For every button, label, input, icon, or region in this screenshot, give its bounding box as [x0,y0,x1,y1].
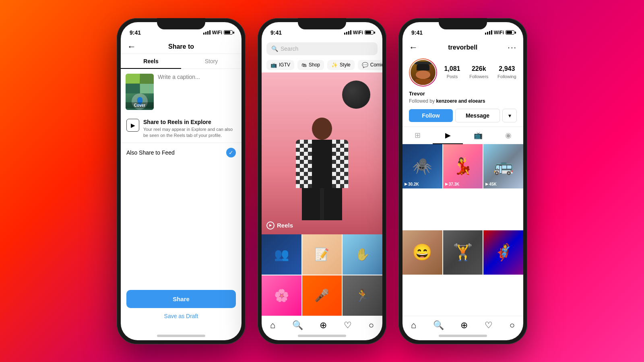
status-time-2: 9:41 [270,29,282,36]
share-header: ← Share to [121,40,242,54]
profile-grid-item-5: 🏋️ [443,230,483,275]
grid-thumb-bg-6: 🏃 [343,275,382,316]
wifi-icon-1: WiFi [212,30,222,35]
thumb-cell-3 [126,84,140,93]
content-type-tabs: ⊞ ▶ 📺 ◉ [402,126,523,144]
tab-story[interactable]: Story [181,54,242,68]
signal-bar-1 [203,33,204,35]
reels-label: ▶ Reels [266,221,293,230]
p3-signal-bar-1 [485,33,486,35]
grid-icon-5: 🎤 [314,288,329,302]
action-buttons-row: Follow Message ▾ [402,107,523,126]
search-bar-row: 🔍 Search [262,40,382,58]
grid-bg-4: 😄 [402,230,442,275]
explore-title: Share to Reels in Explore [143,119,236,125]
caption-input[interactable] [158,74,237,106]
nav-search-2[interactable]: 🔍 [292,320,303,331]
grid-icon-3: ✋ [355,247,370,261]
battery-fill-2 [365,31,371,34]
tab-reels-profile[interactable]: ▶ [433,127,463,144]
p2-signal-bar-1 [344,33,345,35]
phone-share: 9:41 WiFi ← Share to [117,18,246,344]
status-time-3: 9:41 [411,29,423,36]
avatar-bg [411,60,436,85]
home-indicator-3 [439,335,487,337]
grid-item-2: 📝 [302,234,342,275]
reels-icon: ▶ [266,221,275,230]
feed-share-row[interactable]: Also Share to Feed ✓ [121,143,242,162]
feed-share-checkbox[interactable]: ✓ [226,148,236,157]
play-icon-2: ▶ [445,182,448,186]
profile-grid-item-1: 🕷️ ▶ 30.2K [402,144,442,188]
followers-count: 226k [469,65,488,72]
grid-emoji-4: 😄 [412,243,432,262]
nav-profile-2[interactable]: ○ [369,320,374,331]
notch-2 [298,18,346,29]
phone1-bottom: Share Save as Draft [121,285,242,332]
nav-search-3[interactable]: 🔍 [433,320,444,331]
views-3: 45K [489,182,496,186]
p3-signal-bar-4 [491,30,492,35]
p2-signal-bar-2 [346,32,347,35]
message-button[interactable]: Message [455,109,500,122]
battery-icon-3 [506,30,514,35]
content-spacer [121,162,242,285]
chip-shop[interactable]: 🛍 Shop [297,60,324,70]
grid-item-5: 🎤 [302,275,342,316]
stats-row: 1,081 Posts 226k Followers 2,943 Followi… [444,65,517,80]
follow-button[interactable]: Follow [409,109,453,122]
nav-profile-3[interactable]: ○ [510,320,515,331]
phones-container: 9:41 WiFi ← Share to [117,18,527,344]
search-icon: 🔍 [271,46,278,52]
chip-comics[interactable]: 💬 Comics [358,60,382,70]
profile-grid-item-6: 🦸 [483,230,523,275]
wifi-icon-2: WiFi [353,30,363,35]
home-indicator-1 [157,335,205,337]
caption-row: 👤 Cover [121,69,242,115]
chip-igtv[interactable]: 📺 IGTV [266,60,294,70]
dropdown-button[interactable]: ▾ [502,109,517,122]
tab-tagged[interactable]: ◉ [493,127,523,144]
tab-tv[interactable]: 📺 [463,127,493,144]
share-button[interactable]: Share [126,290,236,308]
nav-home-2[interactable]: ⌂ [270,320,275,331]
back-button[interactable]: ← [127,41,136,52]
grid-icon-2: 📝 [314,247,329,261]
leg-left [302,188,320,220]
comics-icon: 💬 [362,62,368,68]
profile-info-row: 1,081 Posts 226k Followers 2,943 Followi… [402,55,523,90]
igtv-icon: 📺 [270,62,277,68]
p2-signal-bar-3 [348,31,349,35]
nav-heart-2[interactable]: ♡ [344,320,352,331]
tab-grid[interactable]: ⊞ [402,127,433,144]
basketball [342,81,370,109]
chevron-down-icon: ▾ [508,112,511,119]
nav-home-3[interactable]: ⌂ [411,320,416,331]
nav-add-2[interactable]: ⊕ [320,320,327,331]
nav-add-3[interactable]: ⊕ [460,320,468,331]
avatar-ring [409,58,437,87]
tab-reels[interactable]: Reels [121,54,181,68]
p2-signal-bar-4 [350,30,351,35]
search-placeholder: Search [281,46,298,52]
head [312,118,332,140]
notch-1 [157,18,205,29]
posts-label: Posts [447,74,458,79]
explore-toggle-row: ▶ Share to Reels in Explore Your reel ma… [121,115,242,143]
search-bar[interactable]: 🔍 Search [266,42,378,55]
followers-label: Followers [469,74,488,79]
battery-icon-1 [224,30,233,35]
save-draft-button[interactable]: Save as Draft [126,308,236,324]
grid-icon-4: 🌸 [274,288,289,302]
profile-back-button[interactable]: ← [409,42,418,53]
stat-posts: 1,081 Posts [444,65,460,80]
p2-nav-bar: ⌂ 🔍 ⊕ ♡ ○ [262,316,382,332]
body [415,79,431,85]
chip-style[interactable]: ✨ Style [327,60,355,70]
profile-username: trevorbell [448,44,477,51]
nav-heart-3[interactable]: ♡ [485,320,493,331]
more-options-button[interactable]: ··· [508,43,517,52]
thumb-cell-4 [140,84,154,93]
leg-right [324,188,342,220]
thumb-grid [126,74,154,94]
